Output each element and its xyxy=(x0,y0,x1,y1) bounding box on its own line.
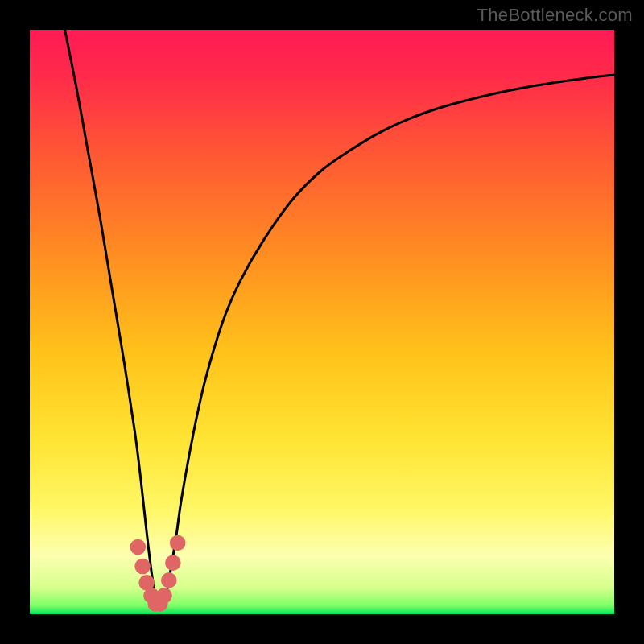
outer-black-frame: TheBottleneck.com xyxy=(0,0,644,644)
valley-marker xyxy=(130,539,147,555)
valley-marker xyxy=(165,555,181,571)
plot-area xyxy=(30,30,614,614)
attribution-watermark: TheBottleneck.com xyxy=(477,5,633,26)
valley-marker xyxy=(161,572,177,588)
valley-marker xyxy=(134,559,151,575)
valley-marker xyxy=(156,588,172,604)
chart-svg xyxy=(30,30,614,614)
bottleneck-curve xyxy=(65,30,614,610)
valley-marker xyxy=(170,535,186,551)
